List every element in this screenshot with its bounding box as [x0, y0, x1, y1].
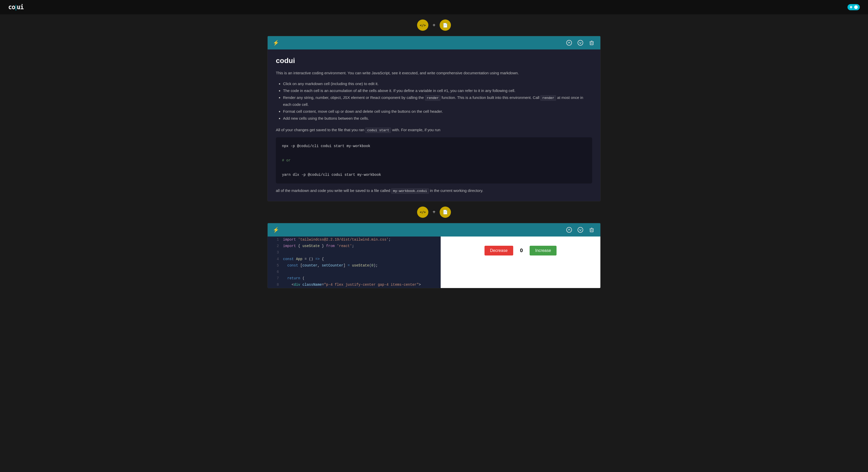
- cell-footer-text-1: All of your changes get saved to the fil…: [276, 127, 592, 133]
- move-up-button-2[interactable]: [565, 226, 573, 233]
- trash-icon: [589, 40, 594, 45]
- code-block-content: npx -p @codui/cli codui start my-workboo…: [282, 143, 586, 178]
- logo-text: co: [8, 4, 15, 11]
- code-icon: </>: [420, 23, 426, 27]
- cell-header-actions-2: [565, 226, 595, 233]
- trash-icon-2: [589, 227, 594, 233]
- code-editor-2[interactable]: 1 import 'tailwindcss@2.2.19/dist/tailwi…: [268, 237, 441, 288]
- toggle-dot: [854, 5, 858, 9]
- add-cell-row-top: </> + 📄: [0, 14, 868, 36]
- navbar: co | ui ✱: [0, 0, 868, 14]
- dark-mode-toggle[interactable]: ✱: [847, 4, 860, 10]
- list-item: Format cell content, move cell up or dow…: [283, 108, 592, 115]
- doc-icon: 📄: [443, 23, 448, 28]
- inline-code-start: codui start: [365, 128, 391, 133]
- add-code-cell-button-middle[interactable]: </>: [417, 207, 428, 218]
- inline-code-render-2: render: [540, 95, 556, 101]
- up-arrow-icon-2: [566, 227, 572, 233]
- cell-content-1: codui This is an interactive coding envi…: [268, 50, 600, 201]
- inline-code-render-1: render: [425, 95, 441, 101]
- delete-cell-button-2[interactable]: [588, 226, 595, 233]
- list-item: The code in each cell is an accumulation…: [283, 87, 592, 94]
- preview-panel-2: Decrease 0 Increase: [441, 237, 600, 288]
- cell-header-1: ⚡: [268, 36, 600, 50]
- down-arrow-icon: [578, 40, 583, 45]
- plus-separator-middle: +: [432, 209, 436, 215]
- doc-icon-middle: 📄: [443, 210, 448, 215]
- cell-footer-text-2: all of the markdown and code you write w…: [276, 188, 592, 194]
- logo: co | ui: [8, 4, 24, 11]
- lightning-icon-1: ⚡: [273, 40, 279, 46]
- increase-button[interactable]: Increase: [530, 246, 557, 255]
- toggle-asterisk-icon: ✱: [849, 5, 852, 9]
- add-doc-cell-button-middle[interactable]: 📄: [440, 207, 451, 218]
- code-block-1: npx -p @codui/cli codui start my-workboo…: [276, 137, 592, 184]
- svg-rect-9: [590, 229, 593, 232]
- cell-list-1: Click on any markdown cell (including th…: [276, 80, 592, 122]
- code-cell-2: ⚡: [267, 223, 601, 288]
- up-arrow-icon: [566, 40, 572, 45]
- code-line-4: 4 const App = () => {: [268, 256, 441, 262]
- svg-rect-2: [590, 42, 593, 45]
- delete-cell-button-1[interactable]: [588, 39, 595, 46]
- code-line-3: 3: [268, 249, 441, 256]
- decrease-button[interactable]: Decrease: [485, 246, 513, 255]
- list-item: Render any string, number, object, JSX e…: [283, 94, 592, 108]
- counter-widget: Decrease 0 Increase: [485, 246, 557, 255]
- code-line-6: 6: [268, 269, 441, 275]
- move-down-button-2[interactable]: [577, 226, 584, 233]
- code-line-7: 7 return (: [268, 275, 441, 282]
- code-line-1: 1 import 'tailwindcss@2.2.19/dist/tailwi…: [268, 237, 441, 243]
- code-icon-middle: </>: [420, 210, 426, 214]
- cell-header-left-1: ⚡: [273, 40, 279, 46]
- list-item: Click on any markdown cell (including th…: [283, 80, 592, 87]
- code-line-8: 8 <div className="p-4 flex justify-cente…: [268, 282, 441, 288]
- cell-header-2: ⚡: [268, 223, 600, 237]
- code-line-2: 2 import { useState } from 'react';: [268, 243, 441, 249]
- cell-description-1: This is an interactive coding environmen…: [276, 70, 592, 76]
- svg-point-7: [566, 227, 572, 232]
- logo-text-end: ui: [17, 4, 24, 11]
- down-arrow-icon-2: [578, 227, 583, 233]
- lightning-icon-2: ⚡: [273, 227, 279, 233]
- svg-point-1: [578, 40, 583, 45]
- cell-header-actions-1: [565, 39, 595, 46]
- markdown-cell-1: ⚡: [267, 36, 601, 201]
- svg-point-8: [578, 227, 583, 232]
- inline-code-filename: my-workbook.codui: [391, 188, 429, 194]
- code-line-5: 5 const [counter, setCounter] = useState…: [268, 262, 441, 269]
- list-item: Add new cells using the buttons between …: [283, 115, 592, 122]
- plus-separator-top: +: [432, 22, 436, 28]
- svg-point-0: [566, 40, 572, 45]
- code-cell-body-2: 1 import 'tailwindcss@2.2.19/dist/tailwi…: [268, 237, 600, 288]
- move-up-button-1[interactable]: [565, 39, 573, 46]
- cell-title-1: codui: [276, 57, 592, 65]
- add-code-cell-button-top[interactable]: </>: [417, 20, 428, 31]
- move-down-button-1[interactable]: [577, 39, 584, 46]
- add-cell-row-middle: </> + 📄: [0, 201, 868, 223]
- add-doc-cell-button-top[interactable]: 📄: [440, 20, 451, 31]
- counter-value: 0: [518, 248, 525, 253]
- cell-header-left-2: ⚡: [273, 227, 279, 233]
